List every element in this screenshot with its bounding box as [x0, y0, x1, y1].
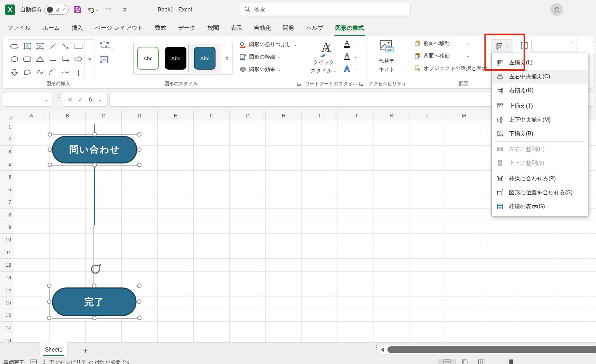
ribbon-tab[interactable]: 挿入: [66, 20, 89, 36]
ribbon-tab[interactable]: 表示: [225, 20, 248, 36]
wordart-dialog-launcher[interactable]: [359, 81, 364, 86]
column-header[interactable]: L: [410, 111, 446, 121]
ribbon-tab[interactable]: ページ レイアウト: [89, 20, 149, 36]
alt-text-button[interactable]: [377, 39, 396, 55]
shape-block-arrow-down-icon[interactable]: [8, 66, 21, 79]
ribbon-tab[interactable]: ホーム: [37, 20, 66, 36]
selection-pane-button[interactable]: オブジェクトの選択と表示: [414, 65, 487, 72]
row-header[interactable]: 14: [0, 284, 14, 296]
shape-arrow-icon[interactable]: [59, 40, 72, 53]
row-header[interactable]: 6: [0, 183, 14, 196]
shape-gallery[interactable]: A A {: [8, 39, 85, 79]
shape-line-icon[interactable]: [46, 40, 59, 53]
column-header[interactable]: G: [230, 111, 266, 121]
tabbar-splitter-handle[interactable]: ⋮: [374, 346, 379, 349]
row-header[interactable]: 8: [0, 208, 14, 221]
insert-function-button[interactable]: fx: [89, 96, 93, 103]
draw-textbox-button[interactable]: A: [99, 54, 109, 65]
row-header[interactable]: 11: [0, 246, 14, 259]
shape-styles-dialog-launcher[interactable]: [297, 81, 301, 86]
shape-gallery-more-button[interactable]: [85, 39, 95, 79]
shape-block-arrow-right-icon[interactable]: [72, 53, 85, 65]
column-header[interactable]: B: [50, 111, 86, 121]
quick-styles-chevron[interactable]: ⌄: [333, 69, 336, 73]
column-header[interactable]: F: [194, 111, 230, 121]
row-header[interactable]: 5: [0, 171, 14, 183]
text-effects-button[interactable]: A ⌄: [342, 64, 357, 74]
ribbon-tab[interactable]: ファイル: [1, 20, 37, 36]
text-outline-button[interactable]: A ⌄: [342, 52, 357, 61]
menu-item-view-gridlines[interactable]: 枠線の表示(G): [492, 199, 588, 213]
new-sheet-button[interactable]: +: [83, 346, 88, 355]
shape-textbox-rotated-icon[interactable]: A: [34, 40, 46, 53]
sheet-tab-active[interactable]: Sheet1: [40, 342, 67, 357]
shape-oval-icon[interactable]: [8, 53, 21, 65]
bring-forward-chevron[interactable]: ⌄: [466, 41, 470, 46]
page-break-view-button[interactable]: [478, 359, 484, 364]
excel-app-icon[interactable]: X: [5, 5, 15, 15]
row-header[interactable]: 4: [0, 158, 14, 171]
enter-icon[interactable]: ✓: [78, 96, 83, 104]
zoom-control-fragment[interactable]: [509, 359, 513, 364]
menu-item-snap-to-grid[interactable]: 枠線に合わせる(P): [492, 172, 588, 186]
text-effects-chevron[interactable]: ⌄: [354, 67, 357, 71]
row-header[interactable]: 7: [0, 196, 14, 208]
formula-bar-drag-handle[interactable]: ⋮: [55, 94, 61, 98]
menu-item-align-top[interactable]: 上揃え(T): [492, 99, 588, 113]
name-box-chevron[interactable]: ⌄: [45, 97, 48, 102]
shape-scribble-icon[interactable]: [34, 66, 46, 79]
shape-outline-button[interactable]: 図形の枠線⌄: [239, 53, 281, 61]
row-header[interactable]: 2: [0, 133, 14, 145]
search-input[interactable]: 検索: [239, 3, 411, 16]
scroll-left-arrow-icon[interactable]: [381, 347, 384, 352]
menu-item-align-bottom[interactable]: 下揃え(B): [492, 127, 588, 141]
undo-dropdown-chevron[interactable]: ⌄: [96, 8, 99, 12]
accessibility-icon[interactable]: [42, 359, 47, 364]
ribbon-tab[interactable]: ヘルプ: [300, 20, 330, 36]
horizontal-scrollbar-thumb[interactable]: [387, 346, 596, 353]
row-header[interactable]: 13: [0, 272, 14, 284]
save-button[interactable]: [73, 4, 82, 15]
select-all-corner[interactable]: [0, 111, 14, 121]
column-header[interactable]: C: [86, 111, 122, 121]
ribbon-tab[interactable]: 自動化: [248, 20, 277, 36]
shape-outline-chevron[interactable]: ⌄: [278, 55, 281, 59]
column-header[interactable]: K: [374, 111, 410, 121]
column-header[interactable]: A: [14, 111, 50, 121]
account-avatar[interactable]: [550, 3, 563, 16]
shape-effects-button[interactable]: 図形の効果⌄: [239, 65, 281, 73]
normal-view-button[interactable]: [444, 359, 450, 364]
menu-item-align-center[interactable]: 左右中央揃え(C): [492, 70, 588, 83]
quick-styles-button[interactable]: A: [314, 39, 333, 60]
row-header[interactable]: 12: [0, 259, 14, 271]
column-header[interactable]: M: [446, 111, 482, 121]
shape-freeform-icon[interactable]: [21, 66, 34, 79]
row-header[interactable]: 15: [0, 296, 14, 309]
shape-style-swatch-2[interactable]: Abc: [165, 47, 186, 70]
send-backward-button[interactable]: 背面へ移動 ⌄: [414, 52, 470, 59]
ribbon-tab[interactable]: 図形の書式: [330, 20, 370, 36]
row-header[interactable]: 10: [0, 234, 14, 246]
shape-style-swatch-3-selected[interactable]: Abc: [194, 47, 216, 70]
text-fill-chevron[interactable]: ⌄: [354, 42, 357, 46]
ribbon-tab[interactable]: 校閲: [201, 20, 225, 36]
row-header[interactable]: 18: [0, 334, 14, 342]
menu-item-align-middle[interactable]: 上下中央揃え(M): [492, 113, 588, 127]
undo-button[interactable]: ⌄: [87, 4, 99, 15]
shape-stadium-icon[interactable]: [8, 40, 21, 53]
shape-curve-icon[interactable]: [59, 66, 72, 79]
row-header[interactable]: 3: [0, 146, 14, 158]
shape-elbow-icon[interactable]: [46, 53, 59, 65]
column-header[interactable]: D: [122, 111, 158, 121]
text-outline-chevron[interactable]: ⌄: [354, 54, 357, 59]
menu-item-align-right[interactable]: 右揃え(R): [492, 83, 588, 97]
shape-style-swatch-1[interactable]: Abc: [137, 47, 159, 70]
shape-textbox-icon[interactable]: A: [21, 40, 34, 53]
row-header[interactable]: 17: [0, 322, 14, 334]
menu-item-snap-to-shape[interactable]: 図形に位置を合わせる(S): [492, 186, 588, 199]
send-backward-chevron[interactable]: ⌄: [466, 54, 470, 58]
shape-arc-icon[interactable]: [46, 66, 59, 79]
page-layout-view-button[interactable]: [462, 359, 468, 364]
macro-record-icon[interactable]: [30, 359, 37, 364]
column-header[interactable]: J: [338, 111, 374, 121]
